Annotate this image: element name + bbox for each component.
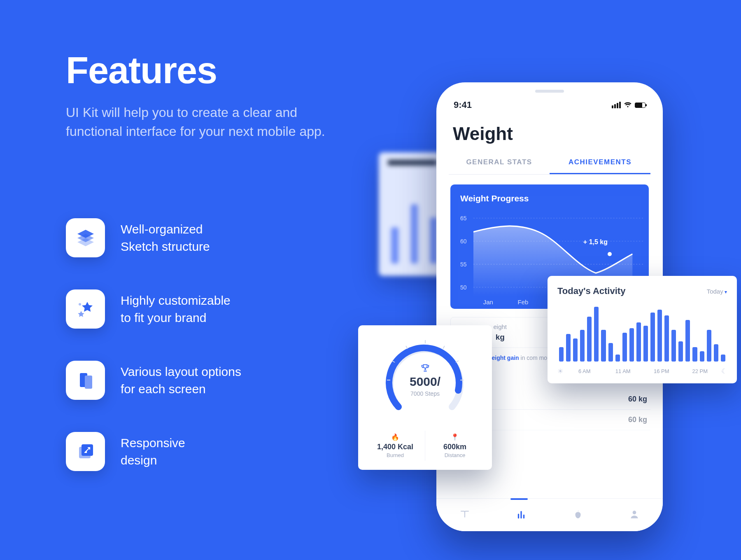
feature-item: Well-organized Sketch structure bbox=[66, 218, 241, 257]
activity-range-dropdown[interactable]: Today bbox=[707, 288, 727, 295]
y-tick: 55 bbox=[460, 261, 467, 268]
tab-achievements[interactable]: ACHIEVEMENTS bbox=[550, 152, 650, 174]
feature-label: Highly customizable to fit your brand bbox=[121, 292, 231, 327]
stars-icon bbox=[66, 289, 105, 329]
page-subtitle: UI Kit will help you to create a clear a… bbox=[66, 103, 354, 141]
nav-user-icon[interactable] bbox=[629, 509, 640, 521]
x-tick: 22 PM bbox=[683, 368, 718, 374]
chart-point bbox=[608, 252, 612, 256]
steps-value: 5000/ bbox=[410, 375, 440, 389]
trophy-icon bbox=[421, 363, 430, 372]
y-tick: 60 bbox=[460, 238, 467, 245]
x-tick: Jan bbox=[483, 299, 493, 306]
x-tick: Feb bbox=[518, 299, 529, 306]
pin-icon: 📍 bbox=[428, 433, 482, 441]
journal-weight: 60 kg bbox=[628, 395, 647, 404]
feature-label: Various layout options for each screen bbox=[121, 363, 241, 398]
stat-label: Burned bbox=[368, 452, 422, 458]
fire-icon: 🔥 bbox=[368, 433, 422, 441]
burned-stat: 🔥 1,400 Kcal Burned bbox=[366, 431, 425, 461]
stat-label: Distance bbox=[428, 452, 482, 458]
activity-bar-chart bbox=[557, 304, 727, 362]
y-tick: 50 bbox=[460, 284, 467, 291]
screen-title: Weight bbox=[449, 124, 650, 152]
page-title: Features bbox=[66, 49, 217, 92]
svg-point-15 bbox=[633, 511, 636, 514]
stat-value: 1,400 Kcal bbox=[368, 443, 422, 451]
journal-weight: 60 kg bbox=[628, 415, 647, 424]
tab-general-stats[interactable]: GENERAL STATS bbox=[449, 152, 550, 174]
resize-icon bbox=[66, 432, 105, 471]
card-title: Weight Progress bbox=[454, 194, 645, 208]
feature-label: Well-organized Sketch structure bbox=[121, 221, 210, 255]
chart-annotation: + 1,5 kg bbox=[583, 238, 608, 246]
nav-apple-icon[interactable] bbox=[573, 509, 583, 521]
svg-rect-5 bbox=[85, 376, 92, 389]
activity-title: Today's Activity bbox=[557, 286, 625, 296]
nav-chart-icon[interactable] bbox=[516, 509, 527, 521]
y-tick: 65 bbox=[460, 215, 467, 222]
steps-subtitle: 7000 Steps bbox=[410, 390, 440, 397]
sun-icon: ☀ bbox=[557, 367, 563, 375]
moon-icon: ☾ bbox=[721, 367, 727, 375]
x-tick: 11 AM bbox=[606, 368, 641, 374]
activity-card: Today's Activity Today ☀ 6 AM 11 AM 16 P… bbox=[548, 276, 737, 383]
devices-icon bbox=[66, 361, 105, 400]
x-tick: 16 PM bbox=[644, 368, 679, 374]
tabs: GENERAL STATS ACHIEVEMENTS bbox=[449, 152, 650, 175]
svg-point-3 bbox=[79, 303, 81, 306]
feature-item: Various layout options for each screen bbox=[66, 361, 241, 400]
features-list: Well-organized Sketch structure Highly c… bbox=[66, 218, 241, 471]
nav-book-icon[interactable] bbox=[459, 509, 470, 521]
steps-gauge: 5000/ 7000 Steps bbox=[382, 337, 468, 423]
steps-card: 5000/ 7000 Steps 🔥 1,400 Kcal Burned 📍 6… bbox=[358, 325, 492, 470]
x-tick: 6 AM bbox=[567, 368, 602, 374]
feature-item: Responsive design bbox=[66, 432, 241, 471]
feature-label: Responsive design bbox=[121, 434, 185, 469]
mockup-cluster: 9:41 Weight GENERAL STATS ACHIEVEMENTS W… bbox=[362, 82, 733, 535]
feature-item: Highly customizable to fit your brand bbox=[66, 289, 241, 329]
stat-value: 600km bbox=[428, 443, 482, 451]
distance-stat: 📍 600km Distance bbox=[425, 431, 485, 461]
layers-icon bbox=[66, 218, 105, 257]
bottom-nav bbox=[436, 498, 663, 531]
